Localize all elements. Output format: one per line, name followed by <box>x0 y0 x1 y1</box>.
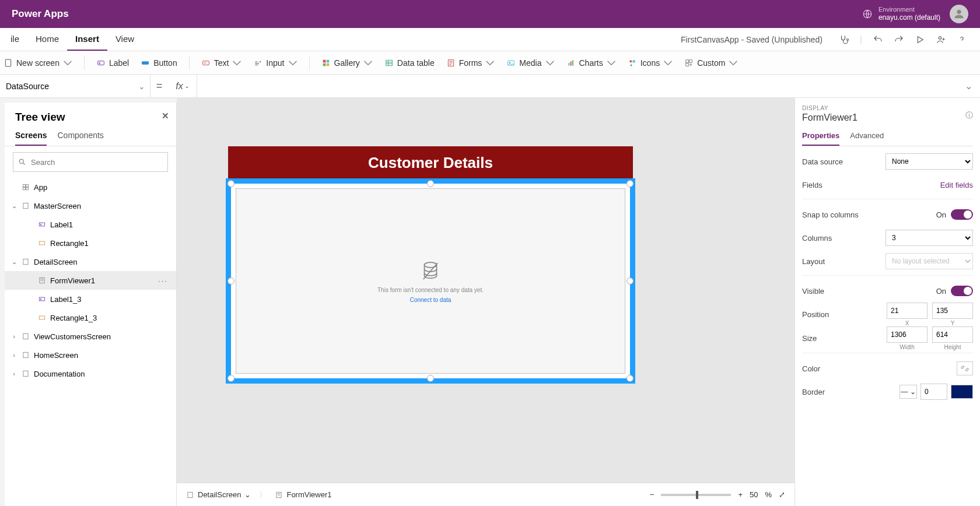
prop-datasource-select[interactable]: None <box>886 153 973 170</box>
prop-visible-toggle[interactable] <box>951 286 973 296</box>
tree-node-rectangle1[interactable]: Rectangle1 <box>5 234 176 252</box>
environment-picker[interactable]: Environment enayu.com (default) <box>862 6 940 22</box>
insert-label-button[interactable]: Label <box>96 58 129 68</box>
insert-media-button[interactable]: Media <box>506 58 554 68</box>
chevron-down-icon[interactable]: ⌄ <box>10 202 18 210</box>
form-icon <box>275 491 283 499</box>
insert-charts-button[interactable]: Charts <box>566 58 616 68</box>
prop-columns-select[interactable]: 3 <box>886 230 973 246</box>
form-icon <box>37 276 47 285</box>
prop-color-picker[interactable] <box>957 361 973 375</box>
resize-handle[interactable] <box>228 180 235 187</box>
tab-properties[interactable]: Properties <box>802 128 839 146</box>
tab-advanced[interactable]: Advanced <box>850 128 884 146</box>
prop-pos-y-input[interactable] <box>932 303 973 319</box>
insert-forms-text: Forms <box>459 58 482 68</box>
breadcrumb-separator: 〉 <box>259 490 267 500</box>
tree-node-label1-3[interactable]: Label1_3 <box>5 290 176 308</box>
icons-icon <box>628 58 637 68</box>
prop-datasource-label: Data source <box>802 157 843 166</box>
chevron-right-icon[interactable]: › <box>10 370 18 377</box>
chevron-right-icon[interactable]: › <box>10 333 18 340</box>
edit-fields-link[interactable]: Edit fields <box>940 181 973 189</box>
svg-rect-41 <box>188 492 192 497</box>
formviewer-selection[interactable]: This form isn't connected to any data ye… <box>226 178 635 384</box>
chevron-down-icon[interactable]: ⌄ <box>10 258 18 266</box>
tree-node-homescreen[interactable]: › HomeScreen <box>5 346 176 364</box>
formula-expand-button[interactable]: ⌄ <box>957 80 980 92</box>
fit-to-window-button[interactable]: ⤢ <box>779 490 785 499</box>
tab-components[interactable]: Components <box>57 127 103 146</box>
prop-border-color[interactable] <box>951 385 973 399</box>
insert-forms-button[interactable]: Forms <box>446 58 495 68</box>
tree-node-documentation[interactable]: › Documentation <box>5 364 176 383</box>
chevron-down-icon <box>607 58 616 68</box>
insert-button-button[interactable]: Button <box>141 58 177 68</box>
tree-node-viewcustomers[interactable]: › ViewCustomersScreen <box>5 327 176 346</box>
prop-position-label: Position <box>802 310 829 319</box>
undo-button[interactable] <box>873 34 883 45</box>
tree-node-formviewer1[interactable]: FormViewer1 ··· <box>5 271 176 290</box>
close-icon[interactable]: ✕ <box>162 111 169 121</box>
tree-node-rectangle1-3[interactable]: Rectangle1_3 <box>5 308 176 327</box>
tree-node-masterscreen[interactable]: ⌄ MasterScreen <box>5 196 176 215</box>
svg-rect-4 <box>98 61 104 65</box>
breadcrumb-control[interactable]: FormViewer1 <box>275 490 331 499</box>
tree-search-input[interactable] <box>31 158 163 167</box>
resize-handle[interactable] <box>427 180 434 187</box>
resize-handle[interactable] <box>228 375 235 382</box>
menu-insert[interactable]: Insert <box>67 28 107 51</box>
resize-handle[interactable] <box>626 375 634 382</box>
svg-rect-32 <box>23 259 28 264</box>
insert-text-button[interactable]: Text <box>201 58 242 68</box>
new-screen-button[interactable]: New screen <box>4 58 72 68</box>
tree-search-box[interactable] <box>13 152 168 172</box>
insert-gallery-button[interactable]: Gallery <box>321 58 373 68</box>
tree-node-label1[interactable]: Label1 <box>5 215 176 234</box>
canvas[interactable]: Customer Details This form isn't connect… <box>177 98 794 483</box>
chevron-right-icon[interactable]: › <box>10 352 18 359</box>
avatar[interactable] <box>950 5 968 23</box>
prop-width-input[interactable] <box>887 326 928 343</box>
zoom-slider[interactable] <box>661 494 731 496</box>
zoom-out-button[interactable]: − <box>650 490 654 499</box>
insert-icons-button[interactable]: Icons <box>628 58 673 68</box>
app-checker-button[interactable] <box>839 34 849 45</box>
prop-snap-toggle[interactable] <box>951 209 973 220</box>
share-button[interactable] <box>936 34 946 45</box>
tree-node-detailscreen[interactable]: ⌄ DetailScreen <box>5 252 176 271</box>
insert-input-button[interactable]: Input <box>253 58 297 68</box>
prop-border-width-input[interactable] <box>921 384 947 400</box>
insert-custom-button[interactable]: Custom <box>684 58 738 68</box>
resize-handle[interactable] <box>427 375 434 382</box>
fx-button[interactable]: fx ⌄ <box>168 75 197 97</box>
connect-to-data-link[interactable]: Connect to data <box>410 297 452 303</box>
button-icon <box>141 58 150 68</box>
menu-view[interactable]: View <box>107 28 142 51</box>
chevron-down-icon[interactable]: ⌄ <box>244 490 251 499</box>
more-icon[interactable]: ··· <box>158 276 168 285</box>
prop-pos-x-input[interactable] <box>887 303 928 319</box>
tab-screens[interactable]: Screens <box>15 127 47 146</box>
screen-icon <box>21 201 30 210</box>
tree-node-app[interactable]: App <box>5 178 176 196</box>
prop-border-style[interactable]: — ⌄ <box>900 385 917 399</box>
resize-handle[interactable] <box>228 277 235 284</box>
formula-input[interactable] <box>197 75 957 97</box>
resize-handle[interactable] <box>626 277 634 284</box>
insert-datatable-button[interactable]: Data table <box>384 58 435 68</box>
resize-handle[interactable] <box>626 180 634 187</box>
redo-button[interactable] <box>894 34 904 45</box>
custom-icon <box>684 58 694 68</box>
zoom-in-button[interactable]: + <box>738 490 743 499</box>
prop-layout-label: Layout <box>802 257 825 266</box>
menu-home[interactable]: Home <box>27 28 67 51</box>
menu-file[interactable]: ile <box>2 28 27 51</box>
properties-panel: DISPLAY FormViewer1 ⓘ Properties Advance… <box>794 98 980 506</box>
help-button[interactable] <box>957 34 967 45</box>
breadcrumb-screen[interactable]: DetailScreen ⌄ <box>186 490 251 499</box>
play-button[interactable] <box>915 34 925 45</box>
prop-height-input[interactable] <box>932 326 973 343</box>
property-selector[interactable]: DataSource <box>0 75 150 97</box>
help-icon[interactable]: ⓘ <box>965 110 973 121</box>
